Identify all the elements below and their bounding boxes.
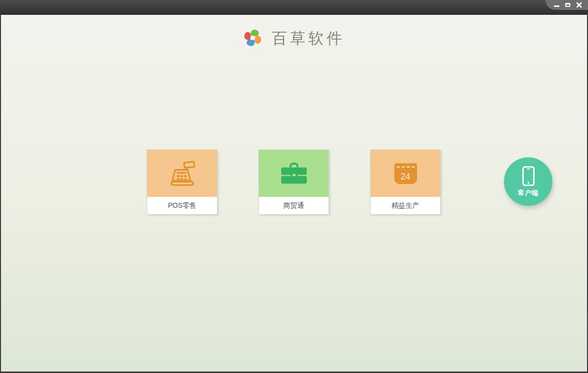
window-controls xyxy=(546,0,588,10)
product-card-lean[interactable]: 24 精益生产 xyxy=(370,149,441,214)
product-label: POS零售 xyxy=(147,197,217,214)
trade-tile xyxy=(259,150,329,197)
client-button-label: 客户端 xyxy=(518,188,539,197)
app-name: 百草软件 xyxy=(272,28,345,49)
close-icon xyxy=(576,2,582,8)
smartphone-icon xyxy=(522,166,535,186)
pos-tile xyxy=(147,150,217,197)
minimize-button[interactable] xyxy=(553,2,559,8)
pinwheel-petal-blue xyxy=(246,39,255,47)
product-label: 商贸通 xyxy=(259,197,329,214)
product-card-pos[interactable]: POS零售 xyxy=(147,149,217,214)
lean-tile: 24 xyxy=(371,150,440,197)
product-label: 精益生产 xyxy=(371,197,440,214)
product-card-trade[interactable]: 商贸通 xyxy=(258,149,329,214)
cash-register-icon xyxy=(167,161,198,186)
main-content: 百草软件 xyxy=(1,15,587,372)
maximize-button[interactable] xyxy=(565,2,571,8)
minimize-icon xyxy=(554,5,559,7)
brand-header: 百草软件 xyxy=(1,27,587,50)
client-button[interactable]: 客户端 xyxy=(504,157,552,206)
calendar-day: 24 xyxy=(400,169,410,184)
pinwheel-petal-orange xyxy=(254,35,262,44)
close-button[interactable] xyxy=(576,2,582,8)
briefcase-icon xyxy=(279,162,309,186)
title-bar xyxy=(0,0,588,15)
app-window: 百草软件 xyxy=(0,0,588,373)
calendar-dash-line xyxy=(397,166,415,168)
pinwheel-icon xyxy=(243,29,262,48)
maximize-icon xyxy=(565,3,570,7)
calendar-icon: 24 xyxy=(394,163,417,184)
